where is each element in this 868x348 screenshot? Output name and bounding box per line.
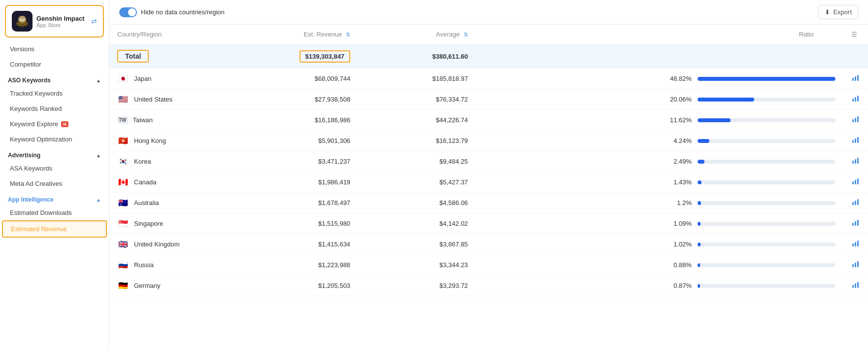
- average-cell: $16,123.79: [358, 131, 476, 151]
- sidebar-item-keyword-explore[interactable]: Keyword Explore N: [2, 116, 107, 132]
- col-average[interactable]: Average ⇅: [358, 25, 476, 44]
- sidebar-item-estimated-revenue[interactable]: Estimated Revenue: [2, 220, 107, 238]
- chart-icon-cell[interactable]: [843, 276, 868, 296]
- svg-rect-30: [857, 241, 859, 246]
- sidebar-item-meta-ad-creatives[interactable]: Meta Ad Creatives: [2, 176, 107, 191]
- chart-icon-cell[interactable]: [843, 151, 868, 172]
- bar-track: [698, 222, 835, 226]
- country-name: Taiwan: [133, 116, 153, 124]
- country-name: Korea: [134, 158, 151, 165]
- chart-bar-icon[interactable]: [852, 283, 860, 290]
- sidebar-item-estimated-downloads[interactable]: Estimated Downloads: [2, 205, 107, 220]
- average-cell: $3,293.72: [358, 276, 476, 296]
- chart-bar-icon[interactable]: [852, 159, 860, 166]
- svg-rect-7: [852, 99, 854, 102]
- sidebar-item-label: ASA Keywords: [10, 165, 52, 172]
- total-revenue: $139,303,847: [300, 50, 351, 63]
- svg-rect-29: [855, 242, 856, 246]
- bar-track: [698, 180, 835, 184]
- sidebar-item-competitor[interactable]: Competitor: [2, 57, 107, 72]
- chart-icon-cell[interactable]: [843, 255, 868, 276]
- bar-fill: [698, 118, 731, 122]
- chart-icon-cell[interactable]: [843, 234, 868, 255]
- menu-icon: ☰: [851, 31, 857, 38]
- bar-fill: [698, 222, 701, 226]
- table-header-row: Country/Region Est. Revenue ⇅ Average ⇅ …: [109, 25, 868, 44]
- chart-icon-cell[interactable]: [843, 172, 868, 193]
- sidebar-item-tracked-keywords[interactable]: Tracked Keywords: [2, 86, 107, 101]
- sidebar-item-keywords-ranked[interactable]: Keywords Ranked: [2, 101, 107, 116]
- sidebar-item-label: Keyword Optimization: [10, 136, 72, 143]
- chart-bar-icon[interactable]: [852, 76, 860, 83]
- svg-rect-9: [857, 96, 859, 102]
- chart-icon-cell[interactable]: [843, 131, 868, 151]
- svg-rect-31: [852, 264, 854, 267]
- table-row-total: Total $139,303,847 $380,611.60: [109, 44, 868, 69]
- chart-icon-cell[interactable]: [843, 213, 868, 234]
- total-average-cell: $380,611.60: [358, 44, 476, 69]
- section-app-intelligence: App Intelligence ▲: [0, 191, 109, 205]
- chart-bar-icon[interactable]: [852, 138, 860, 145]
- export-button[interactable]: ⬇ Export: [818, 5, 858, 19]
- col-revenue[interactable]: Est. Revenue ⇅: [226, 25, 359, 44]
- svg-rect-12: [857, 116, 859, 122]
- chart-bar-icon[interactable]: [852, 242, 860, 249]
- chevron-icon[interactable]: ▲: [96, 197, 101, 203]
- country-cell: 🇸🇬 Singapore: [109, 213, 226, 234]
- chart-icon-cell[interactable]: [843, 69, 868, 89]
- bar-track: [698, 139, 835, 143]
- app-switch-icon[interactable]: ⇄: [91, 17, 97, 25]
- svg-rect-35: [855, 283, 856, 288]
- hide-toggle-container[interactable]: Hide no data countries/region: [119, 7, 225, 17]
- average-cell: $3,344.23: [358, 255, 476, 276]
- country-name: Russia: [134, 261, 154, 269]
- chevron-icon[interactable]: ▲: [96, 78, 101, 83]
- country-cell: 🇦🇺 Australia: [109, 193, 226, 213]
- bar-fill: [698, 139, 709, 143]
- bar-fill: [698, 201, 701, 205]
- chart-bar-icon[interactable]: [852, 200, 860, 208]
- app-icon: GI: [12, 11, 33, 32]
- revenue-cell: $1,515,980: [226, 213, 359, 234]
- top-bar: Hide no data countries/region ⬇ Export: [109, 0, 868, 25]
- sidebar-item-versions[interactable]: Versions: [2, 41, 107, 57]
- ratio-bar-cell: 1.02%: [476, 234, 843, 255]
- new-badge: N: [61, 121, 68, 127]
- country-cell: 🇰🇷 Korea: [109, 151, 226, 172]
- sidebar-item-keyword-optimization[interactable]: Keyword Optimization: [2, 132, 107, 147]
- col-ratio: Ratio: [476, 25, 843, 44]
- svg-rect-17: [855, 159, 856, 164]
- chart-bar-icon[interactable]: [852, 179, 860, 187]
- chart-bar-icon[interactable]: [852, 262, 860, 270]
- sidebar-item-label: Keywords Ranked: [10, 105, 62, 112]
- hide-toggle-label: Hide no data countries/region: [141, 8, 225, 16]
- country-cell: 🇭🇰 Hong Kong: [109, 131, 226, 151]
- ratio-value: 11.62%: [669, 116, 692, 124]
- chart-icon-cell[interactable]: [843, 193, 868, 213]
- chart-icon-cell[interactable]: [843, 110, 868, 131]
- hide-no-data-toggle[interactable]: [119, 7, 137, 17]
- svg-rect-14: [855, 139, 856, 143]
- country-name: Germany: [134, 282, 160, 289]
- svg-rect-15: [857, 137, 859, 143]
- ratio-bar-cell: 20.06%: [476, 89, 843, 110]
- table-row: 🇺🇸 United States $27,938,508 $76,334.72 …: [109, 89, 868, 110]
- chart-bar-icon[interactable]: [852, 117, 860, 125]
- average-cell: $9,484.25: [358, 151, 476, 172]
- sidebar-item-asa-keywords[interactable]: ASA Keywords: [2, 161, 107, 176]
- average-cell: $5,427.37: [358, 172, 476, 193]
- chart-bar-icon[interactable]: [852, 221, 860, 228]
- average-cell: $185,818.97: [358, 69, 476, 89]
- app-header[interactable]: GI Genshin Impact App Store ⇄: [5, 5, 104, 37]
- svg-rect-33: [857, 261, 859, 267]
- svg-rect-27: [857, 220, 859, 226]
- bar-fill: [698, 263, 700, 267]
- table-row: 🇸🇬 Singapore $1,515,980 $4,142.02 1.09%: [109, 213, 868, 234]
- revenue-cell: $5,901,306: [226, 131, 359, 151]
- chart-icon-cell[interactable]: [843, 89, 868, 110]
- chevron-icon[interactable]: ▲: [96, 153, 101, 158]
- country-name: United Kingdom: [134, 241, 180, 248]
- chart-bar-icon[interactable]: [852, 97, 860, 104]
- table-row: 🇦🇺 Australia $1,678,497 $4,586.06 1.2%: [109, 193, 868, 213]
- app-store: App Store: [36, 22, 87, 28]
